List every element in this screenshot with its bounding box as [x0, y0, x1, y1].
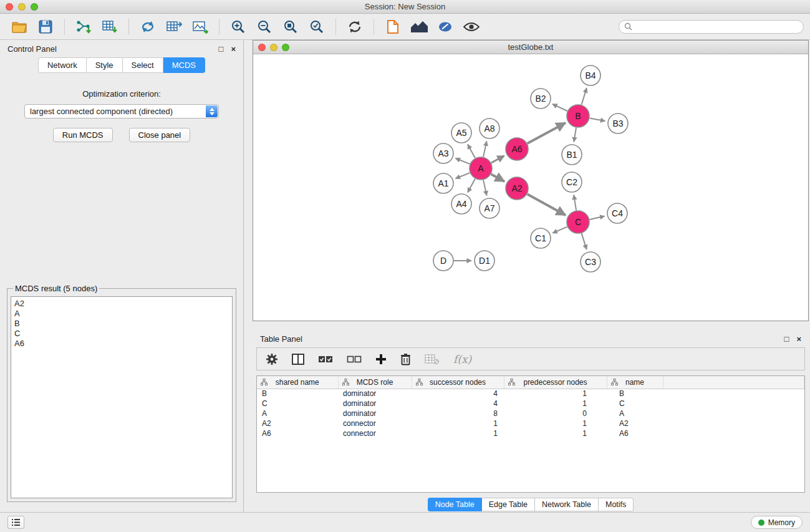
save-session-icon[interactable] — [35, 17, 56, 37]
network-minimize-button[interactable] — [270, 44, 277, 51]
node-A[interactable]: A — [470, 157, 492, 180]
window-close-button[interactable] — [6, 3, 13, 11]
export-table-icon[interactable] — [163, 17, 185, 37]
result-item[interactable]: A — [14, 309, 229, 319]
annotation-icon[interactable] — [435, 17, 456, 37]
node-D[interactable]: D — [433, 251, 453, 271]
search-input[interactable] — [635, 22, 798, 31]
edge-A-A3[interactable] — [456, 158, 470, 164]
column-header-successor-nodes[interactable]: successor nodes — [412, 376, 504, 389]
result-item[interactable]: A2 — [14, 299, 229, 309]
table-row[interactable]: Bdominator41B — [257, 389, 804, 399]
columns-icon[interactable] — [292, 354, 304, 365]
zoom-selected-icon[interactable] — [306, 17, 327, 37]
refresh-icon[interactable] — [344, 17, 365, 37]
network-zoom-button[interactable] — [282, 44, 289, 51]
search-field[interactable] — [619, 20, 804, 34]
edge-A-A4[interactable] — [468, 179, 475, 193]
node-B4[interactable]: B4 — [581, 65, 600, 85]
import-table-icon[interactable] — [99, 17, 120, 37]
import-network-icon[interactable] — [73, 17, 94, 37]
table-row[interactable]: A6connector11A6 — [257, 428, 804, 438]
node-A3[interactable]: A3 — [433, 143, 453, 163]
snapshot-icon[interactable] — [382, 17, 403, 37]
edge-A-A2[interactable] — [491, 174, 504, 181]
delete-column-icon[interactable] — [400, 353, 411, 365]
result-item[interactable]: C — [14, 329, 229, 339]
node-A1[interactable]: A1 — [433, 173, 453, 193]
float-icon[interactable]: □ — [219, 45, 224, 53]
column-header-MCDS-role[interactable]: MCDS role — [338, 376, 412, 389]
edge-B-B3[interactable] — [590, 118, 605, 122]
tab-node-table[interactable]: Node Table — [428, 498, 482, 511]
open-session-icon[interactable] — [9, 17, 30, 37]
edge-A6-B[interactable] — [528, 123, 566, 143]
node-A2[interactable]: A2 — [506, 177, 528, 200]
table-row[interactable]: Cdominator41C — [257, 399, 804, 409]
edge-A2-C[interactable] — [528, 194, 566, 215]
add-column-icon[interactable] — [375, 354, 387, 365]
panel-menu-button[interactable] — [7, 516, 24, 529]
network-canvas[interactable]: AA1A2A3A4A5A6A7A8BB1B2B3B4CC1C2C3C4DD1 — [253, 54, 808, 321]
tab-motifs[interactable]: Motifs — [599, 498, 634, 511]
node-B3[interactable]: B3 — [608, 114, 628, 133]
window-zoom-button[interactable] — [31, 3, 38, 11]
eye-icon[interactable] — [461, 17, 482, 37]
edge-A-A5[interactable] — [468, 144, 475, 158]
function-builder-icon[interactable]: f(x) — [453, 353, 471, 365]
edge-B-B4[interactable] — [582, 88, 587, 105]
window-minimize-button[interactable] — [18, 3, 26, 11]
float-icon[interactable]: □ — [784, 335, 789, 343]
zoom-fit-icon[interactable] — [280, 17, 301, 37]
result-item[interactable]: B — [14, 319, 229, 329]
node-B[interactable]: B — [567, 105, 589, 127]
edge-C-C4[interactable] — [590, 216, 605, 220]
network-close-button[interactable] — [258, 44, 266, 51]
node-A8[interactable]: A8 — [480, 118, 499, 138]
criterion-select[interactable]: largest connected component (directed) — [24, 104, 219, 118]
node-C3[interactable]: C3 — [581, 252, 600, 272]
table-row[interactable]: A2connector11A2 — [257, 418, 804, 428]
edge-B-B1[interactable] — [574, 128, 576, 142]
edge-C-C2[interactable] — [574, 195, 576, 211]
table-row[interactable]: Adominator80A — [257, 409, 804, 418]
edge-A-A6[interactable] — [491, 156, 504, 163]
column-header-name[interactable]: name — [607, 376, 663, 389]
select-all-icon[interactable] — [318, 355, 333, 364]
node-C4[interactable]: C4 — [607, 203, 627, 223]
close-icon[interactable]: × — [796, 335, 801, 343]
export-image-icon[interactable] — [190, 17, 211, 37]
run-mcds-button[interactable]: Run MCDS — [53, 128, 113, 142]
result-item[interactable]: A6 — [14, 339, 229, 349]
edge-A-A8[interactable] — [483, 142, 486, 157]
node-B1[interactable]: B1 — [562, 145, 582, 165]
home-icon[interactable] — [408, 17, 430, 37]
tab-network-table[interactable]: Network Table — [535, 498, 599, 511]
node-C2[interactable]: C2 — [562, 172, 582, 192]
tab-style[interactable]: Style — [87, 57, 123, 73]
zoom-out-icon[interactable] — [254, 17, 275, 37]
close-panel-button[interactable]: Close panel — [129, 128, 191, 142]
node-A5[interactable]: A5 — [451, 123, 471, 143]
edge-C-C1[interactable] — [552, 227, 567, 233]
mcds-result-list[interactable]: A2ABCA6 — [11, 296, 233, 498]
node-A4[interactable]: A4 — [451, 194, 471, 214]
export-network-icon[interactable] — [137, 17, 158, 37]
tab-mcds[interactable]: MCDS — [163, 57, 205, 73]
tab-edge-table[interactable]: Edge Table — [482, 498, 535, 511]
node-D1[interactable]: D1 — [475, 251, 494, 271]
edge-A-A1[interactable] — [456, 173, 470, 178]
node-C[interactable]: C — [567, 211, 589, 233]
node-A7[interactable]: A7 — [480, 198, 499, 218]
zoom-in-icon[interactable] — [228, 17, 249, 37]
edge-A-A7[interactable] — [483, 180, 486, 196]
gear-icon[interactable] — [266, 353, 278, 365]
close-icon[interactable]: × — [231, 45, 236, 53]
column-header-predecessor-nodes[interactable]: predecessor nodes — [504, 376, 607, 389]
memory-button[interactable]: Memory — [751, 516, 803, 529]
tab-select[interactable]: Select — [123, 57, 163, 73]
node-B2[interactable]: B2 — [531, 89, 551, 109]
tab-network[interactable]: Network — [38, 57, 87, 73]
edge-C-C3[interactable] — [582, 233, 587, 249]
node-C1[interactable]: C1 — [531, 228, 551, 248]
